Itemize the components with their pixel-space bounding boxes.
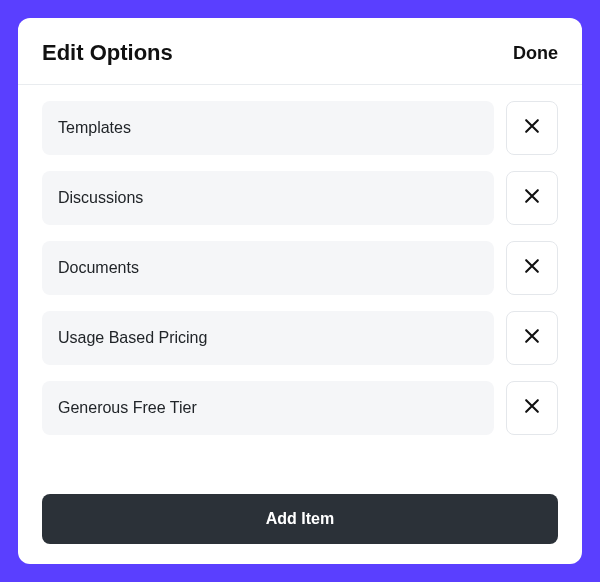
item-label[interactable]: Templates (42, 101, 494, 155)
list-item: Generous Free Tier (42, 381, 558, 435)
close-icon (522, 186, 542, 210)
item-label[interactable]: Documents (42, 241, 494, 295)
edit-options-modal: Edit Options Done Templates Discussions … (18, 18, 582, 564)
modal-title: Edit Options (42, 40, 173, 66)
item-label[interactable]: Usage Based Pricing (42, 311, 494, 365)
list-item: Usage Based Pricing (42, 311, 558, 365)
close-icon (522, 116, 542, 140)
remove-button[interactable] (506, 171, 558, 225)
item-label[interactable]: Generous Free Tier (42, 381, 494, 435)
add-item-button[interactable]: Add Item (42, 494, 558, 544)
remove-button[interactable] (506, 381, 558, 435)
list-item: Discussions (42, 171, 558, 225)
remove-button[interactable] (506, 311, 558, 365)
list-item: Templates (42, 101, 558, 155)
close-icon (522, 256, 542, 280)
remove-button[interactable] (506, 101, 558, 155)
list-item: Documents (42, 241, 558, 295)
item-label[interactable]: Discussions (42, 171, 494, 225)
options-list: Templates Discussions Documents (18, 85, 582, 484)
modal-footer: Add Item (18, 484, 582, 564)
modal-header: Edit Options Done (18, 18, 582, 85)
remove-button[interactable] (506, 241, 558, 295)
done-button[interactable]: Done (513, 43, 558, 64)
close-icon (522, 326, 542, 350)
close-icon (522, 396, 542, 420)
